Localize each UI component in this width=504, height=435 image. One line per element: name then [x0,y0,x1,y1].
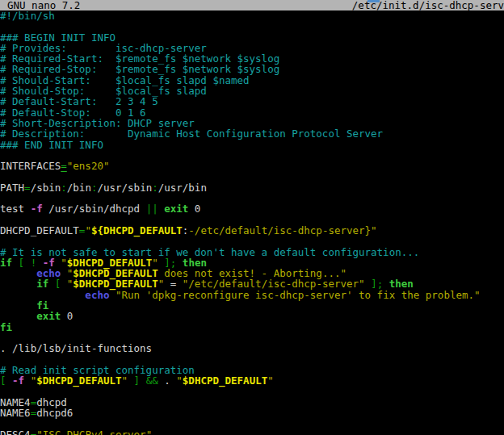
editor-line[interactable]: PATH=/sbin:/bin:/usr/sbin:/usr/bin [0,182,504,193]
editor-line[interactable]: [ -f "$DHCPD_DEFAULT" ] && . "$DHCPD_DEF… [0,375,504,386]
editor-line[interactable]: . /lib/lsb/init-functions [0,343,504,353]
editor-line[interactable] [0,236,504,246]
nano-titlebar: GNU nano 7.2 /etc/init.d/isc-dhcp-serv [0,0,504,10]
editor-line[interactable]: # Read init script configuration [0,365,504,375]
editor-line[interactable]: if [ ! -f "$DHCPD_DEFAULT" ]; then [0,257,504,268]
editor-line[interactable]: # Required-Start: $remote_fs $network $s… [0,53,504,64]
editor-line[interactable]: #!/bin/sh [0,10,504,21]
editor-line[interactable]: echo "Run 'dpkg-reconfigure isc-dhcp-ser… [0,290,504,300]
editor-line[interactable]: # Provides: isc-dhcp-server [0,43,504,53]
nano-editor-window: GNU nano 7.2 /etc/init.d/isc-dhcp-serv #… [0,0,504,435]
editor-line[interactable]: ### BEGIN INIT INFO [0,32,504,43]
editor-line[interactable] [0,354,504,365]
selection-artifact [368,0,380,2]
editor-line[interactable]: NAME6=dhcpd6 [0,408,504,418]
editor-line[interactable] [0,21,504,31]
editor-line[interactable]: DESC4="ISC DHCPv4 server" [0,429,504,435]
editor-line[interactable] [0,171,504,182]
editor-line[interactable]: # Should-Start: $local_fs slapd $named [0,75,504,86]
editor-line[interactable]: # Required-Stop: $remote_fs $network $sy… [0,64,504,74]
editor-screen[interactable]: #!/bin/sh### BEGIN INIT INFO# Provides: … [0,10,504,435]
editor-line[interactable]: # Short-Description: DHCP server [0,118,504,128]
editor-line[interactable]: DHCPD_DEFAULT="${DHCPD_DEFAULT:-/etc/def… [0,225,504,236]
editor-line[interactable]: exit 0 [0,311,504,321]
editor-line[interactable]: INTERFACES="ens20" [0,161,504,171]
editor-line[interactable]: ### END INIT INFO [0,140,504,150]
editor-line[interactable] [0,386,504,396]
editor-line[interactable]: test -f /usr/sbin/dhcpd || exit 0 [0,203,504,214]
editor-line[interactable] [0,150,504,161]
editor-line[interactable] [0,215,504,225]
editor-line[interactable] [0,418,504,429]
editor-line[interactable]: fi [0,322,504,333]
editor-line[interactable]: NAME4=dhcpd [0,397,504,408]
editor-line[interactable] [0,193,504,203]
editor-line[interactable]: # Default-Start: 2 3 4 5 [0,96,504,107]
editor-line[interactable]: # Should-Stop: $local_fs slapd [0,86,504,96]
editor-line[interactable] [0,333,504,343]
editor-line[interactable]: # It is not safe to start if we don't ha… [0,247,504,257]
editor-line[interactable]: if [ "$DHCPD_DEFAULT" = "/etc/default/is… [0,278,504,289]
editor-line[interactable]: # Description: Dynamic Host Configuratio… [0,128,504,139]
editor-line[interactable]: echo "$DHCPD_DEFAULT does not exist! - A… [0,268,504,278]
editor-line[interactable]: # Default-Stop: 0 1 6 [0,107,504,118]
nano-version-label: GNU nano 7.2 [0,0,80,10]
editor-line[interactable]: fi [0,300,504,311]
